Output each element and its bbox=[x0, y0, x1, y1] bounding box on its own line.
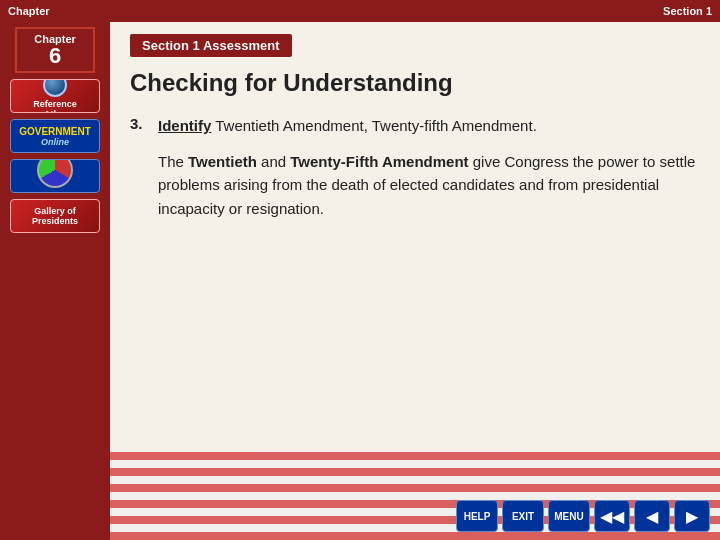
chapter-box: Chapter 6 bbox=[15, 27, 95, 73]
top-bar-section-label: Section 1 bbox=[663, 5, 712, 17]
bottom-nav: HELP EXIT MENU ◀◀ ◀ ▶ bbox=[456, 500, 710, 532]
answer-middle: and bbox=[257, 153, 290, 170]
sidebar-item-government[interactable]: GOVERNMENT Online bbox=[10, 119, 100, 153]
globe-icon bbox=[43, 79, 67, 97]
question-body: Twentieth Amendment, Twenty-fifth Amendm… bbox=[211, 117, 536, 134]
sidebar: Chapter 6 ReferenceAtlas GOVERNMENT Onli… bbox=[0, 22, 110, 540]
gov-label-top: GOVERNMENT bbox=[19, 126, 91, 137]
answer-bold1: Twentieth bbox=[188, 153, 257, 170]
question-label: Identify bbox=[158, 117, 211, 134]
back-icon: ◀◀ bbox=[600, 507, 624, 526]
answer-intro: The bbox=[158, 153, 188, 170]
gov-label-bottom: Online bbox=[19, 137, 91, 147]
prev-icon: ◀ bbox=[646, 507, 658, 526]
help-button[interactable]: HELP bbox=[456, 500, 498, 532]
sidebar-item-data-bank[interactable]: DATA BANK bbox=[10, 159, 100, 193]
exit-button[interactable]: EXIT bbox=[502, 500, 544, 532]
main-content: Section 1 Assessment Checking for Unders… bbox=[110, 22, 720, 540]
gallery-label: Gallery ofPresidents bbox=[32, 206, 78, 226]
top-bar: Chapter Section 1 bbox=[0, 0, 720, 22]
chapter-number: 6 bbox=[25, 45, 85, 67]
top-bar-chapter-label: Chapter bbox=[8, 5, 50, 17]
data-icon bbox=[37, 159, 73, 188]
checking-heading: Checking for Understanding bbox=[130, 69, 700, 97]
question-text: Identify Twentieth Amendment, Twenty-fif… bbox=[158, 115, 537, 136]
menu-button[interactable]: MENU bbox=[548, 500, 590, 532]
next-icon: ▶ bbox=[686, 507, 698, 526]
back-button[interactable]: ◀◀ bbox=[594, 500, 630, 532]
answer-bold2: Twenty-Fifth Amendment bbox=[290, 153, 468, 170]
data-label: DATA BANK bbox=[29, 190, 81, 193]
sidebar-item-reference-atlas[interactable]: ReferenceAtlas bbox=[10, 79, 100, 113]
section-assessment-banner: Section 1 Assessment bbox=[130, 34, 292, 57]
next-button[interactable]: ▶ bbox=[674, 500, 710, 532]
atlas-label: ReferenceAtlas bbox=[33, 99, 77, 113]
question-number: 3. bbox=[130, 115, 150, 136]
question-row: 3. Identify Twentieth Amendment, Twenty-… bbox=[130, 115, 700, 136]
prev-button[interactable]: ◀ bbox=[634, 500, 670, 532]
content-inner: Section 1 Assessment Checking for Unders… bbox=[110, 22, 720, 540]
answer-text: The Twentieth and Twenty-Fifth Amendment… bbox=[158, 150, 700, 220]
sidebar-item-gallery[interactable]: Gallery ofPresidents bbox=[10, 199, 100, 233]
